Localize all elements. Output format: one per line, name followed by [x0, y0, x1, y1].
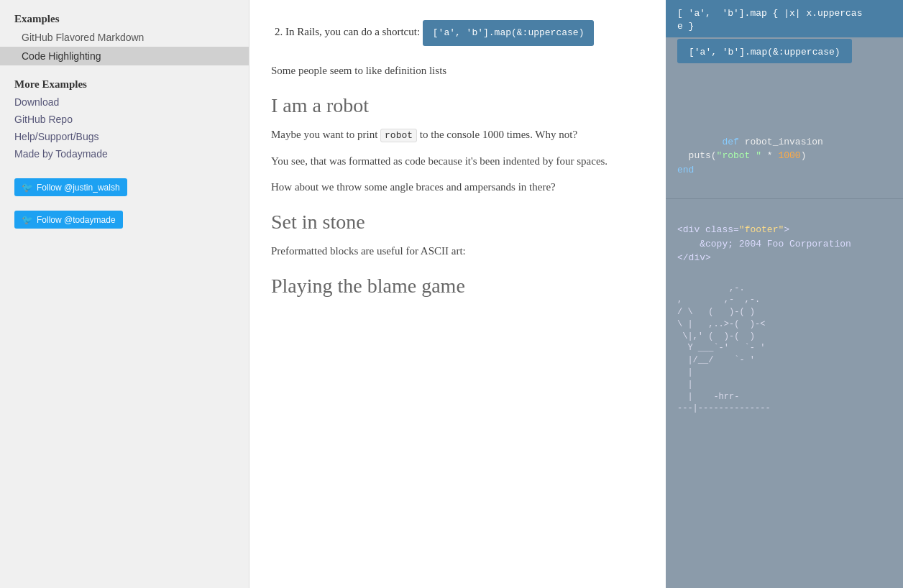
sidebar-link-download[interactable]: Download [0, 93, 249, 111]
examples-section-title: Examples [0, 7, 249, 28]
robot-invasion-section: def robot_invasion puts("robot " * 1000)… [666, 106, 903, 199]
follow-todaymade-button[interactable]: 🐦 Follow @todaymade [14, 211, 123, 229]
more-examples-section-title: More Examples [0, 73, 249, 93]
some-people-text: Some people seem to like definition list… [271, 62, 644, 79]
sidebar-link-github-repo[interactable]: GitHub Repo [0, 111, 249, 128]
robot-heading: I am a robot [271, 93, 644, 118]
list-item-2: In Rails, you can do a shortcut: ['a', '… [285, 14, 644, 52]
robot-inline-code: robot [380, 129, 417, 142]
robot-code: def robot_invasion puts("robot " * 1000)… [677, 121, 891, 191]
sidebar: Examples GitHub Flavored Markdown Code H… [0, 0, 249, 588]
twitter-icon-justin: 🐦 [22, 182, 33, 193]
numbered-list: In Rails, you can do a shortcut: ['a', '… [285, 14, 644, 52]
sidebar-item-github-flavored[interactable]: GitHub Flavored Markdown [0, 28, 249, 47]
follow-justin-button[interactable]: 🐦 Follow @justin_walsh [14, 178, 127, 196]
robot-rest-text: to the console 1000 times. Why not? [417, 129, 577, 140]
item2-intro-text: In Rails, you can do a shortcut: [285, 26, 420, 37]
sidebar-item-code-highlighting[interactable]: Code Highlighting [0, 47, 249, 65]
robot-formatted-note: You see, that was formatted as code beca… [271, 152, 644, 170]
twitter-icon-todaymade: 🐦 [22, 214, 33, 225]
blame-heading: Playing the blame game [271, 274, 644, 298]
stone-intro-text: Preformatted blocks are useful for ASCII… [271, 242, 644, 259]
top-code-snippet: [ 'a', 'b'].map { |x| x.uppercas e } [666, 0, 903, 37]
top-code-text: [ 'a', 'b'].map { |x| x.uppercas e } [677, 8, 862, 32]
ascii-art-block: ,-. , ,- ,-. / \ ( )-( ) \ | ,..>-( )-< … [666, 275, 903, 423]
right-panel: [ 'a', 'b'].map { |x| x.uppercas e } ['a… [666, 0, 903, 588]
robot-angle-text: How about we throw some angle braces and… [271, 178, 644, 196]
stone-heading: Set in stone [271, 210, 644, 234]
follow-todaymade-label: Follow @todaymade [37, 215, 116, 225]
sidebar-link-made-by[interactable]: Made by Todaymade [0, 145, 249, 162]
sidebar-link-help[interactable]: Help/Support/Bugs [0, 128, 249, 145]
content-area: In Rails, you can do a shortcut: ['a', '… [249, 0, 666, 588]
main-area: In Rails, you can do a shortcut: ['a', '… [249, 0, 903, 588]
robot-intro-para: Maybe you want to print robot to the con… [271, 126, 644, 144]
rails-code-block: ['a', 'b'].map(&:uppercase) [423, 20, 595, 46]
rails-right-code: ['a', 'b'].map(&:uppercase) [689, 47, 840, 58]
html-code-block: <div class="footer"> &copy; 2004 Foo Cor… [666, 199, 903, 275]
robot-intro-text: Maybe you want to print [271, 129, 380, 140]
follow-justin-label: Follow @justin_walsh [37, 183, 120, 193]
